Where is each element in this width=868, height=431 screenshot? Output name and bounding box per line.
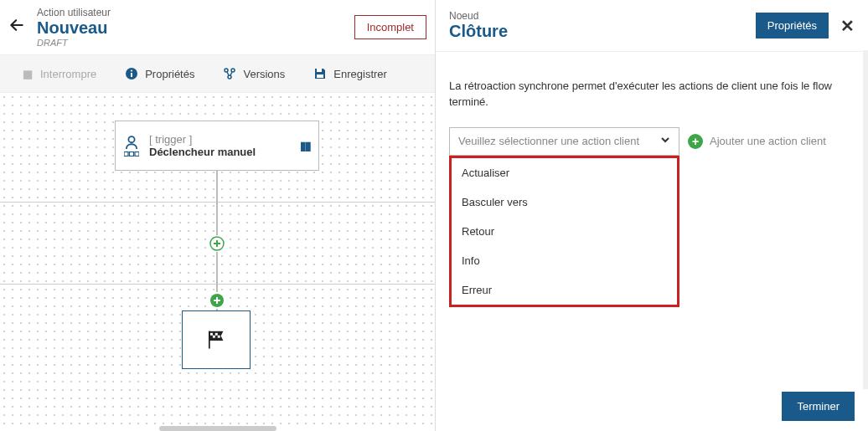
svg-point-5 xyxy=(228,75,231,79)
squares-icon xyxy=(124,151,139,156)
dropdown-option-retour[interactable]: Retour xyxy=(452,217,677,246)
left-panel: Action utilisateur Nouveau DRAFT Incompl… xyxy=(0,0,436,431)
breadcrumb: Action utilisateur xyxy=(37,7,354,18)
user-icon xyxy=(124,135,139,156)
svg-rect-10 xyxy=(130,152,134,156)
add-action-label: Ajouter une action client xyxy=(710,135,826,147)
add-node-button[interactable] xyxy=(209,235,225,252)
right-title: Clôture xyxy=(449,22,756,41)
svg-rect-1 xyxy=(131,73,132,77)
toolbar: ▮▮ Interrompre Propriétés Versions Enreg… xyxy=(0,54,435,93)
finish-button[interactable]: Terminer xyxy=(782,392,855,421)
chevron-down-icon xyxy=(660,135,670,147)
svg-rect-15 xyxy=(215,333,218,336)
versions-label: Versions xyxy=(243,68,285,80)
interrupt-button[interactable]: ▮▮ Interrompre xyxy=(8,64,108,84)
right-panel: Noeud Clôture Propriétés ✕ La rétroactio… xyxy=(436,0,868,431)
svg-rect-16 xyxy=(213,336,215,338)
select-row: Veuillez sélectionner une action client … xyxy=(436,127,868,156)
info-icon xyxy=(125,67,138,80)
plus-icon: + xyxy=(688,134,703,149)
add-node-button[interactable] xyxy=(209,292,225,309)
dropdown-option-actualiser[interactable]: Actualiser xyxy=(452,158,677,187)
draft-label: DRAFT xyxy=(37,38,354,48)
node-pause-button[interactable]: ▮▮ xyxy=(300,139,310,152)
svg-rect-14 xyxy=(210,333,213,336)
save-icon xyxy=(313,67,327,80)
add-client-action-button[interactable]: + Ajouter une action client xyxy=(688,134,826,149)
right-properties-button[interactable]: Propriétés xyxy=(756,13,829,38)
svg-point-4 xyxy=(231,69,235,72)
left-header: Action utilisateur Nouveau DRAFT Incompl… xyxy=(0,0,435,54)
save-label: Enregistrer xyxy=(333,68,387,80)
status-badge: Incomplet xyxy=(354,15,426,39)
scrollbar[interactable] xyxy=(863,50,868,389)
right-header: Noeud Clôture Propriétés ✕ xyxy=(436,0,868,51)
right-breadcrumb: Noeud xyxy=(449,10,756,22)
dropdown-option-basculer[interactable]: Basculer vers xyxy=(452,187,677,217)
connector-line xyxy=(216,171,218,235)
svg-rect-9 xyxy=(124,152,128,156)
save-button[interactable]: Enregistrer xyxy=(302,64,399,84)
client-action-dropdown: Actualiser Basculer vers Retour Info Err… xyxy=(449,156,679,307)
resize-handle[interactable] xyxy=(159,426,276,431)
close-icon[interactable]: ✕ xyxy=(840,16,855,36)
svg-rect-11 xyxy=(135,152,139,156)
dropdown-option-erreur[interactable]: Erreur xyxy=(452,275,677,305)
properties-button[interactable]: Propriétés xyxy=(113,64,206,84)
svg-point-2 xyxy=(131,69,132,71)
trigger-node[interactable]: [ trigger ] Déclencheur manuel ▮▮ xyxy=(115,121,319,171)
select-placeholder: Veuillez sélectionner une action client xyxy=(458,135,639,147)
trigger-tag: [ trigger ] xyxy=(149,133,300,146)
description-text: La rétroaction synchrone permet d'exécut… xyxy=(436,79,868,110)
svg-rect-7 xyxy=(317,74,323,78)
back-icon[interactable] xyxy=(8,17,25,38)
svg-rect-6 xyxy=(317,69,322,72)
versions-button[interactable]: Versions xyxy=(211,64,297,84)
svg-point-3 xyxy=(225,69,228,72)
dropdown-option-info[interactable]: Info xyxy=(452,246,677,275)
pause-icon: ▮▮ xyxy=(20,67,34,80)
page-title: Nouveau xyxy=(37,18,354,38)
interrupt-label: Interrompre xyxy=(40,68,96,80)
properties-label: Propriétés xyxy=(145,68,194,80)
client-action-select[interactable]: Veuillez sélectionner une action client xyxy=(449,127,679,156)
svg-point-8 xyxy=(128,136,134,142)
end-node[interactable] xyxy=(182,310,251,369)
divider xyxy=(436,51,868,52)
flag-icon xyxy=(204,328,228,351)
versions-icon xyxy=(223,67,236,80)
flow-canvas[interactable]: [ trigger ] Déclencheur manuel ▮▮ xyxy=(0,93,435,431)
trigger-label: Déclencheur manuel xyxy=(149,146,300,158)
svg-rect-17 xyxy=(218,336,220,338)
